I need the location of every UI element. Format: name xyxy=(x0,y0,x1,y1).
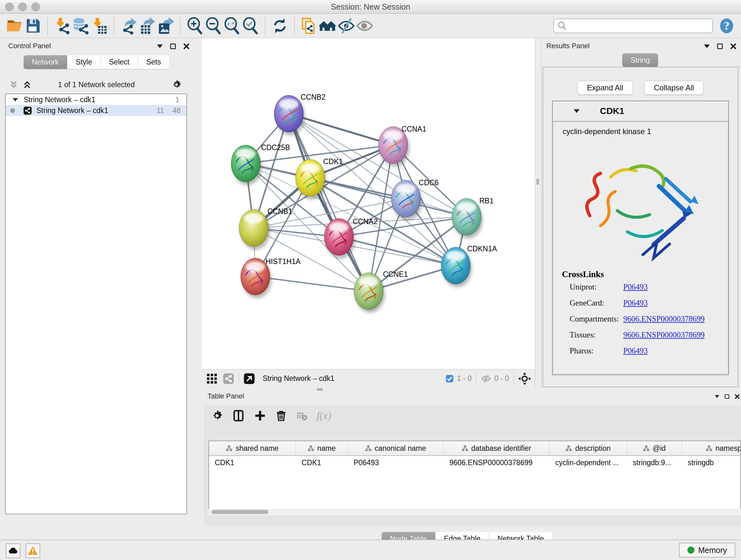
node-CCNA2[interactable]: CCNA2 xyxy=(324,217,378,259)
tab-network[interactable]: Network xyxy=(23,55,67,69)
panel-menu-icon[interactable] xyxy=(704,44,710,48)
crosslink-row: Tissues:9606.ENSP00000378699 xyxy=(569,330,728,339)
export-network-button[interactable] xyxy=(119,16,138,36)
vertical-splitter[interactable] xyxy=(535,38,541,387)
show-columns-icon[interactable] xyxy=(232,409,245,422)
open-session-button[interactable] xyxy=(5,16,23,36)
splitter-handle[interactable] xyxy=(536,179,539,185)
panel-float-icon[interactable] xyxy=(717,43,723,50)
crosslink-link[interactable]: P06493 xyxy=(623,299,648,307)
cloud-status-button[interactable] xyxy=(6,543,20,558)
column-header-canonical-name[interactable]: canonical name xyxy=(348,441,444,455)
shared-column-icon xyxy=(462,445,468,451)
node-CCNA1[interactable]: CCNA1 xyxy=(379,125,426,167)
search-input[interactable] xyxy=(567,21,709,30)
hide-glass-button[interactable] xyxy=(337,16,355,36)
shared-column-icon xyxy=(565,445,572,451)
expand-all-button[interactable]: Expand All xyxy=(577,81,633,95)
clone-network-button[interactable] xyxy=(300,16,319,36)
memory-button[interactable]: Memory xyxy=(679,543,735,557)
zoom-in-button[interactable] xyxy=(186,16,204,36)
panel-close-icon[interactable] xyxy=(183,43,190,50)
network-status-dot xyxy=(10,108,15,113)
node-CCNB2[interactable]: CCNB2 xyxy=(274,93,326,135)
collapse-section-icon[interactable] xyxy=(574,109,580,113)
column-header-@id[interactable]: @id xyxy=(627,441,682,455)
network-canvas[interactable]: CCNB2CCNA1CDC25BCDK1CDC6RB1CCNB1CCNA2CDK… xyxy=(202,38,535,369)
tab-style[interactable]: Style xyxy=(67,55,100,69)
panel-close-icon[interactable] xyxy=(735,394,740,399)
delete-column-icon[interactable] xyxy=(275,410,287,422)
crosslinks-title: CrossLinks xyxy=(562,269,728,279)
collapse-all-button[interactable]: Collapse All xyxy=(644,81,704,95)
apply-layout-button[interactable] xyxy=(271,16,289,36)
gene-card-body: cyclin-dependent kinase 1 xyxy=(553,122,728,374)
panel-menu-icon[interactable] xyxy=(715,395,719,398)
zoom-fit-button[interactable] xyxy=(223,16,241,36)
network-collection-row[interactable]: String Network – cdk1 1 xyxy=(6,94,186,105)
zoom-selected-button[interactable] xyxy=(241,16,260,36)
node-CCNE1[interactable]: CCNE1 xyxy=(354,270,408,313)
show-glass-button[interactable] xyxy=(355,16,374,36)
tree-expander-icon[interactable] xyxy=(13,98,18,102)
main-toolbar: ? xyxy=(0,14,741,38)
selected-checkbox-icon[interactable] xyxy=(446,374,454,383)
edge-CDK1-RB1[interactable] xyxy=(310,178,467,217)
edge-CCNB2-CCNE1[interactable] xyxy=(289,114,368,291)
table-row[interactable]: CDK1CDK1P064939606.ENSP00000378699cyclin… xyxy=(209,456,740,469)
gene-header-row[interactable]: CDK1 xyxy=(553,101,728,122)
hscroll-thumb[interactable] xyxy=(212,510,268,514)
tab-select[interactable]: Select xyxy=(101,55,138,69)
node-RB1[interactable]: RB1 xyxy=(452,197,494,239)
save-session-button[interactable] xyxy=(23,16,42,36)
table-hscrollbar[interactable] xyxy=(208,509,741,515)
crosslink-link[interactable]: 9606.ENSP00000378699 xyxy=(623,330,704,339)
crosslink-link[interactable]: 9606.ENSP00000378699 xyxy=(623,314,704,323)
table-toolbar: f(x) xyxy=(211,409,331,422)
birds-eye-share-icon[interactable] xyxy=(223,373,234,384)
export-image-button[interactable] xyxy=(156,16,175,36)
import-table-file-button[interactable] xyxy=(90,16,109,36)
horizontal-splitter[interactable] xyxy=(202,387,741,391)
column-header-shared-name[interactable]: shared name xyxy=(209,441,296,455)
splitter-handle[interactable] xyxy=(317,388,323,391)
column-header-name[interactable]: name xyxy=(296,441,348,455)
edge-HIST1H1A-CCNE1[interactable] xyxy=(255,276,368,291)
node-HIST1H1A[interactable]: HIST1H1A xyxy=(241,257,301,298)
hidden-eye-slash-icon xyxy=(481,374,491,384)
export-table-button[interactable] xyxy=(138,16,156,36)
open-in-new-icon[interactable] xyxy=(244,373,255,384)
node-label-CCNE1: CCNE1 xyxy=(383,270,408,278)
node-label-CDC6: CDC6 xyxy=(419,179,439,187)
panel-close-icon[interactable] xyxy=(730,43,737,50)
help-button[interactable]: ? xyxy=(718,16,736,36)
column-header-database-identifier[interactable]: database identifier xyxy=(444,441,549,455)
string-home-button[interactable] xyxy=(319,16,337,36)
warning-status-button[interactable] xyxy=(25,543,40,558)
add-column-icon[interactable] xyxy=(254,410,266,422)
panel-float-icon[interactable] xyxy=(724,394,730,399)
grid-view-icon[interactable] xyxy=(206,373,218,384)
memory-label: Memory xyxy=(698,546,727,555)
crosshair-icon[interactable] xyxy=(518,372,531,385)
shared-column-icon xyxy=(226,445,232,451)
svg-text:?: ? xyxy=(724,20,730,32)
crosslink-link[interactable]: P06493 xyxy=(623,283,648,292)
crosslink-link[interactable]: P06493 xyxy=(623,347,648,355)
zoom-out-button[interactable] xyxy=(204,16,223,36)
import-network-database-button[interactable] xyxy=(71,16,90,36)
column-header-description[interactable]: description xyxy=(549,441,627,455)
node-CDKN1A[interactable]: CDKN1A xyxy=(441,245,497,287)
tab-string[interactable]: String xyxy=(622,53,658,67)
node-CCNB1[interactable]: CCNB1 xyxy=(239,207,292,250)
node-CDC6[interactable]: CDC6 xyxy=(391,179,439,220)
column-header-namespace[interactable]: namespace xyxy=(682,441,741,455)
tab-sets[interactable]: Sets xyxy=(138,55,169,69)
panel-float-icon[interactable] xyxy=(170,43,176,50)
bar-separator xyxy=(514,372,514,385)
import-network-file-button[interactable] xyxy=(53,16,71,36)
table-gear-icon[interactable] xyxy=(211,409,223,422)
search-box[interactable] xyxy=(553,18,713,33)
panel-menu-icon[interactable] xyxy=(157,44,163,48)
network-row[interactable]: String Network – cdk1 11 48 xyxy=(6,105,186,116)
